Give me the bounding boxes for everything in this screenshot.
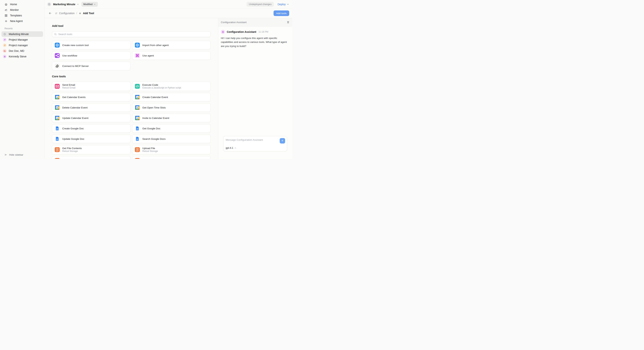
- tool-card-get-file-contents[interactable]: Get File ContentsRetool Storage: [52, 145, 130, 154]
- breadcrumb-configuration[interactable]: Configuration: [55, 12, 74, 15]
- rocket-icon: [3, 38, 6, 42]
- recent-item-marketing-minute[interactable]: Marketing Minute: [2, 31, 43, 37]
- recent-item-project-manager[interactable]: Project manager: [2, 42, 43, 48]
- trash-icon[interactable]: [286, 21, 290, 24]
- tool-card-title: Import from other agent: [142, 44, 169, 46]
- tool-card-delete-calendar-event[interactable]: 31Delete Calendar Event: [52, 103, 130, 112]
- tool-card-use-agent[interactable]: Use agent: [132, 51, 210, 60]
- tool-card-create-calendar-event[interactable]: 31Create Calendar Event: [132, 93, 210, 102]
- arrow-up-icon: [281, 140, 284, 142]
- agent-name[interactable]: Marketing Minute: [53, 3, 75, 6]
- gcal-icon: 31: [135, 95, 140, 100]
- gcal-icon: 31: [55, 105, 60, 110]
- app-window: HomeMonitorTemplatesNew Agent Recents Ma…: [0, 0, 292, 159]
- assistant-chat: Configuration Assistant 11:18 PM Hi! I c…: [218, 26, 292, 159]
- tool-card-upload-file[interactable]: Upload FileRetool Storage: [132, 145, 210, 154]
- storage-icon: [135, 147, 140, 152]
- sidebar-item-templates[interactable]: Templates: [0, 13, 44, 18]
- status-chip-modified[interactable]: Modified: [82, 2, 98, 7]
- back-button[interactable]: [48, 12, 52, 15]
- tool-card-title: Connect to MCP Server: [62, 65, 89, 68]
- recent-item-label: Kennedy Steve: [9, 55, 26, 58]
- tool-card-update-google-doc[interactable]: Update Google Doc: [52, 134, 130, 143]
- add-options-grid: Create new custom toolImport from other …: [52, 41, 210, 70]
- tool-card-subtitle: Retool Email: [62, 86, 76, 89]
- body-row: Add tool Create new custom toolImport fr…: [45, 18, 292, 159]
- assistant-message-sender: Configuration Assistant: [227, 30, 256, 33]
- model-selector[interactable]: gpt-4.1: [226, 146, 236, 149]
- collapse-sidebar-icon: [4, 154, 7, 156]
- tool-card-get-google-doc[interactable]: Get Google Doc: [132, 124, 210, 133]
- assistant-message-text: Hi! I can help you configure this agent …: [221, 36, 290, 48]
- clock-icon: [48, 3, 50, 6]
- tool-card-title: Upload File: [142, 147, 158, 150]
- agent-chevron-down-icon[interactable]: [76, 3, 79, 6]
- search-tools-input[interactable]: [58, 33, 208, 36]
- main-column: Marketing Minute Modified Undeployed cha…: [45, 0, 292, 159]
- svg-text:31: 31: [136, 96, 138, 98]
- tool-card-update-calendar-event[interactable]: 31Update Calendar Event: [52, 114, 130, 122]
- gcal-icon: 31: [135, 116, 140, 120]
- tool-card-execute-code[interactable]: Execute CodeExecute a JavaScript or Pyth…: [132, 82, 210, 91]
- svg-text:31: 31: [136, 117, 138, 119]
- sidebar-item-home[interactable]: Home: [0, 2, 44, 7]
- tool-card-get-open-time-slots[interactable]: 31Get Open Time Slots: [132, 103, 210, 112]
- tool-card-search-google-docs[interactable]: Search Google Docs: [132, 134, 210, 143]
- clock-icon: [3, 32, 6, 36]
- tool-card-title: Get File Contents: [62, 147, 82, 150]
- breadcrumb-bar: Configuration / Add Tool Add tools: [45, 8, 292, 18]
- assistant-avatar: [221, 30, 225, 34]
- tool-card-subtitle: Execute a JavaScript or Python script: [142, 86, 181, 89]
- tool-card-create-google-doc[interactable]: Create Google Doc: [52, 124, 130, 133]
- gdoc-icon: [55, 136, 60, 141]
- deploy-chevron-down-icon: [286, 3, 289, 6]
- send-button[interactable]: [280, 138, 285, 144]
- search-tools-box: [52, 31, 210, 37]
- breadcrumb-configuration-label: Configuration: [59, 12, 74, 15]
- status-chip-label: Modified: [83, 3, 92, 6]
- tool-card-title: Create Calendar Event: [142, 96, 168, 98]
- tool-card-rename-file[interactable]: Rename File: [132, 156, 210, 159]
- recent-item-project-manager[interactable]: Project Manager: [2, 37, 43, 42]
- tool-card-title: Get Open Time Slots: [142, 106, 166, 109]
- home-icon: [4, 3, 8, 6]
- tool-card-connect-to-mcp-server[interactable]: Connect to MCP Server: [52, 62, 130, 70]
- tool-card-title: Get Google Doc: [142, 127, 160, 130]
- top-bar-right: Undeployed changes Deploy: [246, 2, 289, 7]
- sidebar-recents: Marketing MinuteProject ManagerProject m…: [0, 31, 44, 59]
- tool-card-title: Use agent: [142, 54, 154, 57]
- tool-card-title: Create Google Doc: [62, 127, 84, 130]
- recent-item-label: Project Manager: [9, 38, 28, 41]
- tool-card-send-email[interactable]: Send EmailRetool Email: [52, 82, 130, 91]
- tool-card-import-from-other-agent[interactable]: Import from other agent: [132, 41, 210, 50]
- code-icon: [135, 84, 140, 89]
- sidebar-item-label: Home: [10, 3, 17, 6]
- sidebar-item-label: Monitor: [10, 8, 19, 11]
- message-input[interactable]: [226, 138, 280, 141]
- add-tools-button[interactable]: Add tools: [274, 10, 289, 16]
- rocket-icon: [3, 44, 6, 47]
- tool-card-invite-to-calendar-event[interactable]: 31Invite to Calendar Event: [132, 114, 210, 122]
- plus-icon: [4, 20, 8, 23]
- tool-card-use-workflow[interactable]: Use workflow: [52, 51, 130, 60]
- gear-icon: [135, 43, 140, 48]
- tool-card-get-calendar-events[interactable]: 31Get Calendar Events: [52, 93, 130, 102]
- tool-card-title: Update Calendar Event: [62, 117, 88, 120]
- workflow-icon: [55, 53, 60, 58]
- sliders-vertical-icon: [222, 31, 224, 33]
- gdoc-icon: [135, 126, 140, 131]
- tool-card-subtitle: Retool Storage: [142, 150, 158, 152]
- top-bar: Marketing Minute Modified Undeployed cha…: [45, 0, 292, 8]
- tool-card-create-new-custom-tool[interactable]: Create new custom tool: [52, 41, 130, 50]
- sidebar-item-new-agent[interactable]: New Agent: [0, 18, 44, 24]
- deploy-button[interactable]: Deploy: [278, 3, 289, 6]
- tool-card-get-file-metadata[interactable]: Get File Metadata: [52, 156, 130, 159]
- recent-item-kennedy-steve[interactable]: Kennedy Steve: [2, 54, 43, 59]
- core-tools-heading: Core tools: [52, 75, 210, 78]
- recent-item-doc-doc-md[interactable]: Doc Doc, MD: [2, 48, 43, 54]
- sidebar-item-label: New Agent: [10, 20, 23, 22]
- breadcrumb-current: Add Tool: [79, 12, 94, 15]
- breadcrumb-separator: /: [76, 12, 77, 15]
- hide-sidebar-button[interactable]: Hide sidebar: [4, 154, 23, 156]
- sidebar-item-monitor[interactable]: Monitor: [0, 7, 44, 13]
